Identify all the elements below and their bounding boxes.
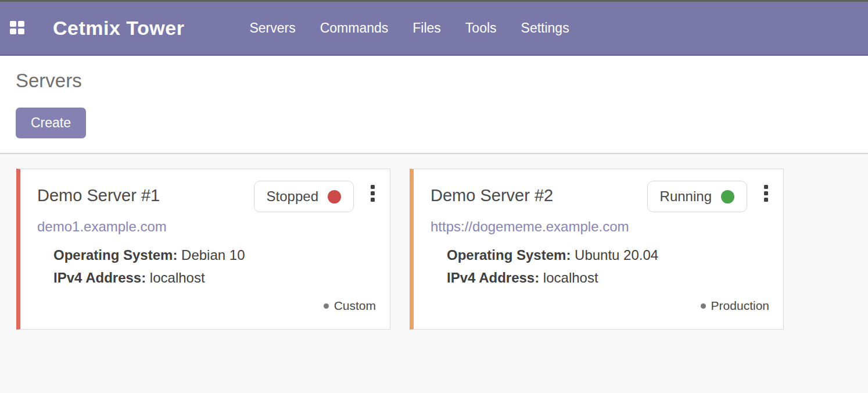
tag-label: Custom [334, 299, 376, 313]
menu-item-commands[interactable]: Commands [320, 20, 389, 36]
field-value: Ubuntu 20.04 [575, 247, 658, 263]
navbar-menu: Servers Commands Files Tools Settings [249, 20, 569, 36]
app-brand[interactable]: Cetmix Tower [53, 17, 184, 40]
tag-label: Production [711, 299, 769, 313]
field-row: Operating System: Ubuntu 20.04 [447, 244, 769, 266]
card-footer: Production [431, 299, 769, 320]
field-label: Operating System: [447, 247, 571, 263]
menu-item-tools[interactable]: Tools [465, 20, 497, 36]
status-dot-icon [721, 190, 734, 203]
status-badge[interactable]: Stopped [254, 181, 354, 212]
server-card[interactable]: Demo Server #2 Running https://dogememe.… [410, 169, 784, 330]
tag-dot-icon [701, 303, 706, 309]
field-label: IPv4 Address: [447, 270, 539, 285]
field-row: IPv4 Address: localhost [447, 266, 769, 289]
server-title: Demo Server #1 [37, 181, 254, 205]
status-badge[interactable]: Running [647, 181, 747, 212]
kanban-content: Demo Server #1 Stopped demo1.example.com… [0, 154, 868, 344]
server-fields: Operating System: Ubuntu 20.04 IPv4 Addr… [447, 244, 769, 289]
status-dot-icon [328, 190, 341, 203]
field-label: Operating System: [53, 247, 177, 263]
server-fields: Operating System: Debian 10 IPv4 Address… [53, 244, 376, 289]
kebab-menu-icon[interactable] [370, 184, 376, 203]
tag-dot-icon [324, 303, 329, 309]
server-url-link[interactable]: https://dogememe.example.com [431, 219, 629, 235]
page-title: Servers [16, 69, 852, 93]
apps-grid-icon[interactable] [10, 21, 24, 35]
server-title: Demo Server #2 [431, 181, 647, 205]
field-value: localhost [150, 270, 205, 285]
field-label: IPv4 Address: [53, 270, 146, 285]
server-url-link[interactable]: demo1.example.com [37, 219, 167, 235]
card-header-row: Demo Server #1 Stopped [37, 181, 376, 212]
top-navbar: Cetmix Tower Servers Commands Files Tool… [0, 0, 868, 56]
card-header-row: Demo Server #2 Running [431, 181, 769, 212]
status-label: Stopped [267, 188, 318, 205]
field-row: IPv4 Address: localhost [53, 266, 376, 289]
menu-item-files[interactable]: Files [413, 20, 441, 36]
field-value: Debian 10 [181, 247, 245, 263]
create-button[interactable]: Create [16, 108, 86, 138]
card-footer: Custom [37, 299, 376, 320]
status-label: Running [660, 188, 712, 205]
menu-item-settings[interactable]: Settings [521, 20, 569, 36]
field-row: Operating System: Debian 10 [53, 244, 376, 266]
menu-item-servers[interactable]: Servers [249, 20, 295, 36]
kebab-menu-icon[interactable] [763, 184, 769, 203]
server-card[interactable]: Demo Server #1 Stopped demo1.example.com… [16, 169, 390, 330]
page-header: Servers Create [0, 56, 868, 154]
field-value: localhost [543, 270, 598, 285]
